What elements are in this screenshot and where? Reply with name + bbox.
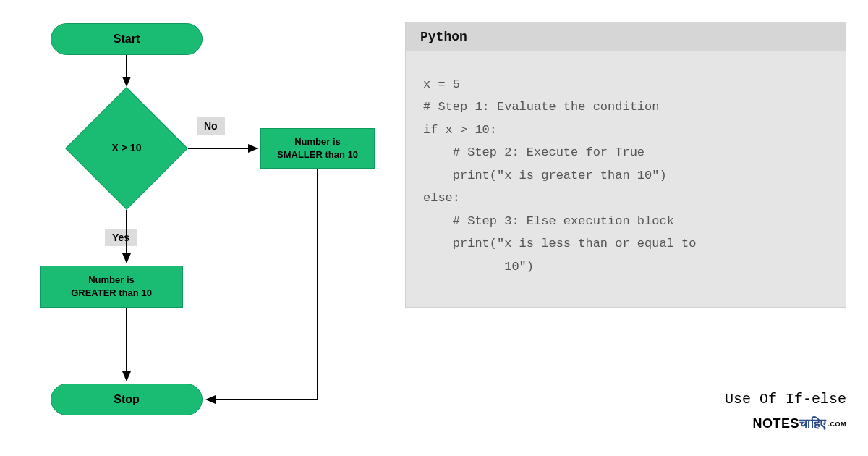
diagram-caption: Use Of If-else [725, 391, 846, 408]
no-label: No [197, 117, 225, 135]
stop-node: Stop [51, 384, 203, 415]
greater-box-text: Number is GREATER than 10 [71, 274, 152, 300]
decision-label: X > 10 [101, 142, 152, 153]
smaller-box-text: Number is SMALLER than 10 [277, 135, 358, 161]
smaller-box: Number is SMALLER than 10 [260, 128, 375, 169]
code-body: x = 5 # Step 1: Evaluate the condition i… [406, 51, 846, 307]
code-panel: Python x = 5 # Step 1: Evaluate the cond… [405, 22, 846, 308]
code-language-header: Python [406, 22, 846, 51]
start-label: Start [114, 33, 140, 46]
start-node: Start [51, 23, 203, 55]
brand-text-3: .COM [828, 421, 847, 428]
yes-label: Yes [105, 229, 137, 246]
greater-box: Number is GREATER than 10 [40, 266, 183, 308]
flowchart-container: Start X > 10 No Number is SMALLER than 1… [0, 0, 405, 456]
brand-text-1: NOTES [752, 416, 799, 431]
stop-label: Stop [114, 393, 140, 406]
brand-text-2: चाहिए [799, 416, 827, 431]
brand-logo: NOTESचाहिए.COM [752, 416, 846, 431]
